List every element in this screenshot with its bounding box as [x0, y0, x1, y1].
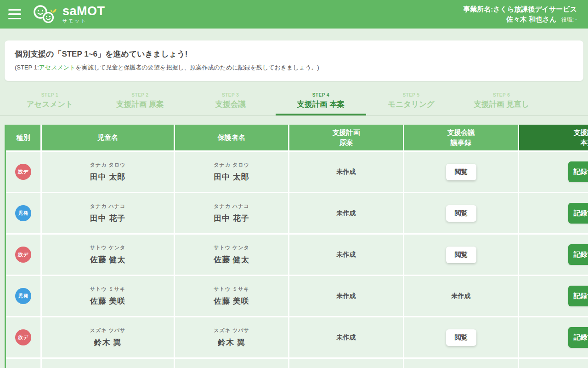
child-name: 田中 太郎: [42, 172, 174, 182]
parent-kana: サトウ ケンタ: [175, 244, 288, 251]
child-name: 佐藤 美咲: [42, 296, 174, 306]
plan-final-cell: 記録する: [519, 235, 588, 276]
type-cell: 放デ: [6, 235, 42, 276]
plan-draft-cell: 未作成: [289, 276, 404, 317]
table-header-row: 種別 児童名 保護者名 支援計画 原案 支援会議 議事録 支援計画 本案: [6, 125, 588, 152]
child-name-cell: タナカ ハナコ田中 花子: [42, 193, 175, 235]
type-badge: 放デ: [15, 329, 31, 345]
type-badge: 児発: [15, 205, 31, 221]
child-name-cell: タナカ タロウ田中 太郎: [42, 152, 175, 193]
parent-name-cell: サトウ ケンタ佐藤 健太: [175, 235, 289, 276]
tab-step2-plan-draft[interactable]: STEP 2 支援計画 原案: [95, 89, 186, 115]
assessment-link[interactable]: アセスメント: [39, 64, 76, 71]
view-minutes-button[interactable]: 閲覧: [446, 247, 476, 263]
plan-draft-status: 未作成: [337, 168, 356, 175]
hamburger-menu-icon[interactable]: [8, 9, 21, 20]
child-name-cell: スズキ ツバサ鈴木 翼: [42, 317, 175, 359]
parent-name-cell: タナカ タロウ田中 太郎: [175, 152, 289, 193]
record-plan-button[interactable]: 記録する: [568, 161, 588, 182]
role-label: 役職:: [561, 17, 574, 23]
record-plan-button[interactable]: 記録する: [568, 203, 588, 224]
meeting-minutes-cell: 閲覧: [404, 235, 519, 276]
banner-subtitle-suffix: を実施して児童と保護者の要望を把握し、原案作成のために記録を残しておきましょう。…: [75, 64, 319, 71]
parent-kana: タナカ タロウ: [175, 161, 288, 168]
meeting-minutes-cell: 未作成: [404, 276, 519, 317]
parent-name: 佐藤 美咲: [175, 296, 288, 306]
plan-draft-status: 未作成: [337, 209, 356, 217]
tab-step1-assessment[interactable]: STEP 1 アセスメント: [5, 89, 95, 115]
child-kana: スズキ ツバサ: [42, 327, 174, 334]
parent-name-cell: タナカ ハナコ田中 花子: [175, 193, 289, 235]
child-kana: タナカ ハナコ: [42, 203, 174, 210]
column-header-plan-final: 支援計画 本案: [519, 125, 588, 152]
table-row: 放デスズキ ツバサ鈴木 翼スズキ ツバサ鈴木 翼未作成閲覧記録する: [6, 317, 588, 359]
parent-kana: タナカ ハナコ: [175, 203, 288, 210]
type-cell: 放デ: [6, 152, 42, 193]
type-badge: 放デ: [15, 247, 31, 263]
parent-name-cell: サトウ ミサキ佐藤 美咲: [175, 276, 289, 317]
guidance-banner: 個別支援の「STEP 1~6」を進めていきましょう! (STEP 1:アセスメン…: [5, 40, 583, 81]
app-logo[interactable]: saMOT サモット: [32, 4, 105, 25]
child-kana: サトウ ミサキ: [42, 286, 174, 293]
type-badge: 児発: [15, 288, 31, 304]
child-name: 佐藤 健太: [42, 254, 174, 265]
child-kana: タナカ タロウ: [42, 161, 174, 168]
children-table: 種別 児童名 保護者名 支援計画 原案 支援会議 議事録 支援計画 本案 放デタ…: [6, 125, 588, 368]
type-cell: 児発: [6, 276, 42, 317]
step-tabs: STEP 1 アセスメント STEP 2 支援計画 原案 STEP 3 支援会議…: [5, 89, 547, 115]
plan-draft-cell: 未作成: [289, 235, 404, 276]
column-header-meeting-minutes: 支援会議 議事録: [404, 125, 519, 152]
child-kana: サトウ ケンタ: [42, 244, 174, 251]
parent-name: 田中 太郎: [175, 172, 288, 182]
tab-step5-monitoring[interactable]: STEP 5 モニタリング: [366, 89, 457, 115]
logo-subtext: サモット: [62, 19, 105, 23]
banner-subtitle-prefix: (STEP 1:: [15, 64, 39, 71]
banner-title: 個別支援の「STEP 1~6」を進めていきましょう!: [15, 49, 573, 59]
plan-draft-cell: 未作成: [289, 193, 404, 235]
table-row: 児発タナカ ハナコ田中 花子タナカ ハナコ田中 花子未作成閲覧記録する: [6, 193, 588, 235]
tab-step6-plan-review[interactable]: STEP 6 支援計画 見直し: [456, 89, 547, 115]
meeting-minutes-cell: 閲覧: [404, 317, 519, 359]
record-plan-button[interactable]: 記録する: [568, 327, 588, 348]
tab-step3-support-meeting[interactable]: STEP 3 支援会議: [185, 89, 276, 115]
plan-final-cell: 記録する: [519, 317, 588, 359]
tab-step4-plan-final[interactable]: STEP 4 支援計画 本案: [276, 89, 366, 115]
role-value: -: [575, 17, 577, 23]
table-row: 児発サトウ ミサキ佐藤 美咲サトウ ミサキ佐藤 美咲未作成未作成記録する: [6, 276, 588, 317]
record-plan-button[interactable]: 記録する: [568, 286, 588, 306]
plan-final-cell: 記録する: [519, 193, 588, 235]
plan-draft-status: 未作成: [337, 334, 356, 341]
user-name: 佐々木 和也さん: [506, 15, 557, 23]
empty-cell: [42, 359, 175, 368]
column-header-child-name: 児童名: [42, 125, 175, 152]
view-minutes-button[interactable]: 閲覧: [446, 164, 476, 180]
meeting-minutes-status: 未作成: [452, 292, 471, 299]
type-badge: 放デ: [15, 164, 31, 180]
plan-draft-status: 未作成: [337, 251, 356, 258]
plan-draft-cell: 未作成: [289, 317, 404, 359]
parent-name: 田中 花子: [175, 213, 288, 224]
table-row: 放デタナカ タロウ田中 太郎タナカ タロウ田中 太郎未作成閲覧記録する: [6, 152, 588, 193]
plan-final-cell: 記録する: [519, 152, 588, 193]
column-header-parent-name: 保護者名: [175, 125, 289, 152]
empty-cell: [289, 359, 404, 368]
record-plan-button[interactable]: 記録する: [568, 244, 588, 265]
meeting-minutes-cell: 閲覧: [404, 193, 519, 235]
column-header-type: 種別: [6, 125, 42, 152]
parent-name: 佐藤 健太: [175, 254, 288, 265]
smiley-faces-logo-icon: [32, 4, 59, 25]
user-line: 佐々木 和也さん役職:-: [463, 14, 577, 25]
empty-cell: [175, 359, 289, 368]
meeting-minutes-cell: 閲覧: [404, 152, 519, 193]
view-minutes-button[interactable]: 閲覧: [446, 329, 476, 346]
topbar: saMOT サモット 事業所名:さくら放課後デイサービス 佐々木 和也さん役職:…: [0, 0, 588, 29]
type-cell: 放デ: [6, 317, 42, 359]
plan-final-cell: 記録する: [519, 276, 588, 317]
banner-subtitle: (STEP 1:アセスメントを実施して児童と保護者の要望を把握し、原案作成のため…: [15, 63, 573, 72]
child-name-cell: サトウ ケンタ佐藤 健太: [42, 235, 175, 276]
plan-draft-cell: 未作成: [289, 152, 404, 193]
table-row: 放デサトウ ケンタ佐藤 健太サトウ ケンタ佐藤 健太未作成閲覧記録する: [6, 235, 588, 276]
table-row: [6, 359, 588, 368]
empty-cell: [6, 359, 42, 368]
view-minutes-button[interactable]: 閲覧: [446, 205, 476, 222]
